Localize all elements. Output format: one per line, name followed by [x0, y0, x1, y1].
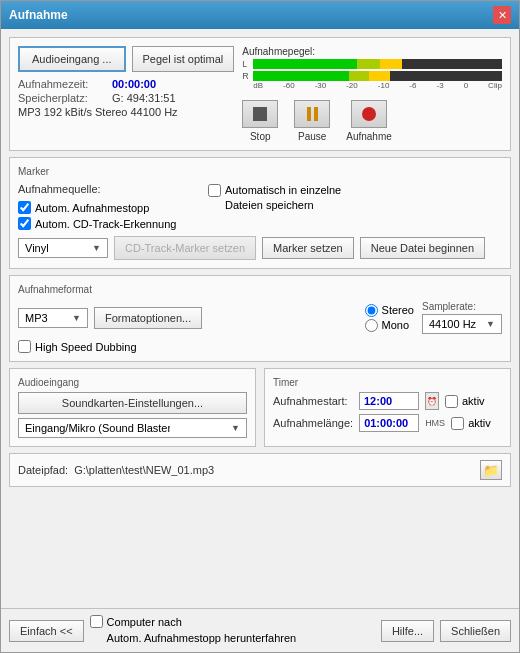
autom-stopp-row: Autom. Aufnahmestopp: [18, 201, 198, 214]
mono-radio[interactable]: [365, 319, 378, 332]
stop-button[interactable]: [242, 100, 278, 128]
hms-label: HMS: [425, 418, 445, 428]
einfach-button[interactable]: Einfach <<: [9, 620, 84, 642]
bottom-btns: Hilfe... Schließen: [381, 620, 511, 642]
neue-datei-button[interactable]: Neue Datei beginnen: [360, 237, 485, 259]
audioeingang-section: Audioeingang Soundkarten-Einstellungen..…: [9, 368, 256, 447]
hilfe-button[interactable]: Hilfe...: [381, 620, 434, 642]
window-title: Aufnahme: [9, 8, 68, 22]
timer-laenge-input[interactable]: 01:00:00: [359, 414, 419, 432]
hsd-row: High Speed Dubbing: [18, 340, 502, 353]
pegel-button[interactable]: Pegel ist optimal: [132, 46, 235, 72]
stereo-row: Stereo: [365, 304, 414, 317]
autom-cd-checkbox[interactable]: [18, 217, 31, 230]
speicherplatz-value: G: 494:31:51: [112, 92, 176, 104]
vinyl-select[interactable]: Vinyl ▼: [18, 238, 108, 258]
computer-check-label: Computer nach Autom. Aufnahmestopp herun…: [107, 615, 297, 646]
auto-einzeln-container: Automatisch in einzelne Dateien speicher…: [208, 183, 345, 214]
aufnahmezeit-label: Aufnahmezeit:: [18, 78, 108, 90]
mono-row: Mono: [365, 319, 414, 332]
close-button[interactable]: ✕: [493, 6, 511, 24]
audioeingang-section-label: Audioeingang: [18, 377, 247, 388]
timer-laenge-label: Aufnahmelänge:: [273, 417, 353, 429]
timer-start-row: Aufnahmestart: 12:00 ⏰ aktiv: [273, 392, 502, 410]
top-section: Audioeingang ... Pegel ist optimal Aufna…: [9, 37, 511, 151]
pause-transport: Pause: [294, 100, 330, 142]
pause-label: Pause: [298, 131, 326, 142]
format-right: Stereo Mono Samplerate: 44100 Hz ▼: [365, 301, 502, 334]
autom-stopp-checkbox[interactable]: [18, 201, 31, 214]
marker-section: Marker Aufnahmequelle: Autom. Aufnahmest…: [9, 157, 511, 269]
pegel-label: Aufnahmepegel:: [242, 46, 502, 57]
schliessen-button[interactable]: Schließen: [440, 620, 511, 642]
meter-R-bar: [253, 71, 502, 81]
samplerate-label: Samplerate:: [422, 301, 502, 312]
speicherplatz-row: Speicherplatz: G: 494:31:51: [18, 92, 234, 104]
folder-button[interactable]: 📁: [480, 460, 502, 480]
pegel-section: Aufnahmepegel: L R: [242, 46, 502, 90]
meter-L-fill: [253, 59, 502, 69]
left-controls: Audioeingang ... Pegel ist optimal Aufna…: [18, 46, 234, 142]
timer-laenge-row: Aufnahmelänge: 01:00:00 HMS aktiv: [273, 414, 502, 432]
soundkarten-button[interactable]: Soundkarten-Einstellungen...: [18, 392, 247, 414]
auto-einzeln-checkbox[interactable]: [208, 184, 221, 197]
formatoptionen-button[interactable]: Formatoptionen...: [94, 307, 202, 329]
format-value: MP3 192 kBit/s Stereo 44100 Hz: [18, 106, 178, 118]
audio-input-arrow: ▼: [231, 423, 240, 433]
stereo-mono-group: Stereo Mono: [365, 304, 414, 332]
timer-start-aktiv: aktiv: [445, 395, 485, 408]
record-button[interactable]: [351, 100, 387, 128]
marker-buttons-row: Vinyl ▼ CD-Track-Marker setzen Marker se…: [18, 236, 502, 260]
marker-section-title: Marker: [18, 166, 502, 177]
timer-section: Timer Aufnahmestart: 12:00 ⏰ aktiv Aufna…: [264, 368, 511, 447]
marker-setzen-button[interactable]: Marker setzen: [262, 237, 354, 259]
stop-icon: [253, 107, 267, 121]
timer-laenge-aktiv: aktiv: [451, 417, 491, 430]
meter-R-ch: R: [242, 71, 250, 81]
timer-start-aktiv-label: aktiv: [462, 395, 485, 407]
timer-laenge-aktiv-checkbox[interactable]: [451, 417, 464, 430]
meter-L-bar: [253, 59, 502, 69]
info-table: Aufnahmezeit: 00:00:00 Speicherplatz: G:…: [18, 78, 234, 118]
samplerate-arrow: ▼: [486, 319, 495, 329]
auto-einzeln-label: Automatisch in einzelne Dateien speicher…: [225, 183, 345, 214]
pause-icon: [307, 107, 318, 121]
pause-button[interactable]: [294, 100, 330, 128]
format-select[interactable]: MP3 ▼: [18, 308, 88, 328]
main-window: Aufnahme ✕ Audioeingang ... Pegel ist op…: [0, 0, 520, 653]
aufnahmezeit-row: Aufnahmezeit: 00:00:00: [18, 78, 234, 90]
meter-R-row: R: [242, 71, 502, 81]
dateipfad-value: G:\platten\test\NEW_01.mp3: [74, 464, 474, 476]
timer-start-label: Aufnahmestart:: [273, 395, 353, 407]
timer-start-spin[interactable]: ⏰: [425, 392, 439, 410]
stereo-radio[interactable]: [365, 304, 378, 317]
computer-check: Computer nach Autom. Aufnahmestopp herun…: [90, 615, 375, 646]
timer-section-label: Timer: [273, 377, 502, 388]
autom-cd-row: Autom. CD-Track-Erkennung: [18, 217, 198, 230]
format-row: MP3 192 kBit/s Stereo 44100 Hz: [18, 106, 234, 118]
stereo-label: Stereo: [382, 304, 414, 316]
format-section: Aufnahmeformat MP3 ▼ Formatoptionen... S…: [9, 275, 511, 362]
audio-input-select[interactable]: Eingang/Mikro (Sound Blaster X- ▼: [18, 418, 247, 438]
audioeingang-button[interactable]: Audioeingang ...: [18, 46, 126, 72]
hsd-label: High Speed Dubbing: [35, 341, 137, 353]
bottom-bar: Einfach << Computer nach Autom. Aufnahme…: [1, 608, 519, 652]
dateipfad-label: Dateipfad:: [18, 464, 68, 476]
autom-cd-label: Autom. CD-Track-Erkennung: [35, 218, 176, 230]
timer-start-aktiv-checkbox[interactable]: [445, 395, 458, 408]
audio-timer-section: Audioeingang Soundkarten-Einstellungen..…: [9, 368, 511, 447]
record-transport: Aufnahme: [346, 100, 392, 142]
samplerate-select[interactable]: 44100 Hz ▼: [422, 314, 502, 334]
computer-herunterfahren-checkbox[interactable]: [90, 615, 103, 628]
format-section-title: Aufnahmeformat: [18, 284, 502, 295]
meter-scale: dB -60 -30 -20 -10 -6 -3 0 Clip: [253, 81, 502, 90]
timer-start-input[interactable]: 12:00: [359, 392, 419, 410]
meter-L-row: L: [242, 59, 502, 69]
autom-stopp-label: Autom. Aufnahmestopp: [35, 202, 149, 214]
hsd-checkbox[interactable]: [18, 340, 31, 353]
right-controls: Aufnahmepegel: L R: [242, 46, 502, 142]
aufnahmezeit-value: 00:00:00: [112, 78, 156, 90]
top-btn-row: Audioeingang ... Pegel ist optimal: [18, 46, 234, 72]
marker-left: Aufnahmequelle: Autom. Aufnahmestopp Aut…: [18, 183, 198, 230]
aufnahmequelle-label: Aufnahmequelle:: [18, 183, 198, 195]
